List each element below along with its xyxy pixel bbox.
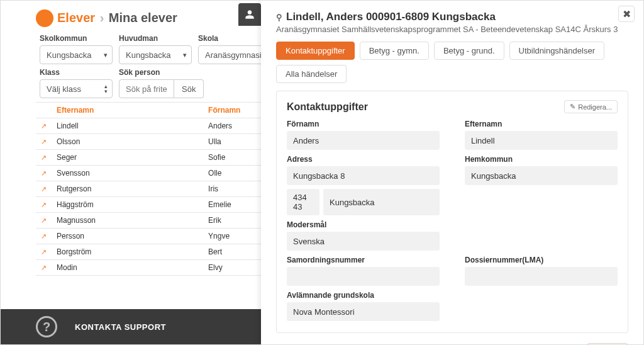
open-icon[interactable]: ↗ xyxy=(41,122,47,130)
tab-betyg-gymn[interactable]: Betyg - gymn. xyxy=(360,42,429,60)
dossier-label: Dossiernummer(LMA) xyxy=(465,256,618,264)
cell-efternamn: Seger xyxy=(52,150,203,166)
dossier-value xyxy=(465,267,618,286)
avlamnande-value: Nova Montessori xyxy=(287,302,440,321)
open-icon[interactable]: ↗ xyxy=(41,217,47,224)
hemkommun-label: Hemkommun xyxy=(465,155,618,164)
open-icon[interactable]: ↗ xyxy=(41,248,47,256)
detail-title: Lindell, Anders 000901-6809 Kungsbacka xyxy=(286,11,496,23)
hemkommun-value: Kungsbacka xyxy=(465,166,618,185)
cell-efternamn: Olsson xyxy=(52,134,203,150)
modersmal-label: Modersmål xyxy=(287,220,440,229)
person-tab[interactable] xyxy=(238,3,261,26)
search-input[interactable] xyxy=(119,79,174,98)
klass-label: Klass xyxy=(40,68,113,77)
col-efternamn[interactable]: Efternamn xyxy=(52,103,203,118)
skolkommun-value: Kungsbacka xyxy=(47,50,92,60)
alt-addresses-title: Alternativa adresser xyxy=(276,344,367,345)
huvudman-select[interactable]: Kungsbacka xyxy=(119,45,192,64)
open-icon[interactable]: ↗ xyxy=(41,138,47,145)
fornamn-value: Anders xyxy=(287,131,440,150)
close-icon: ✖ xyxy=(623,8,631,20)
samordning-value xyxy=(287,267,440,286)
cell-efternamn: Svensson xyxy=(52,166,203,181)
open-icon[interactable]: ↗ xyxy=(41,201,47,208)
edit-label: Redigera... xyxy=(578,103,612,111)
klass-select[interactable]: Välj klass xyxy=(40,79,113,98)
panel-title: Kontaktuppgifter xyxy=(287,101,368,113)
adress-value: Kungsbacka 8 xyxy=(287,166,440,185)
skolkommun-select[interactable]: Kungsbacka xyxy=(40,45,113,64)
breadcrumb-separator: › xyxy=(100,11,104,25)
cell-efternamn: Rutgerson xyxy=(52,181,203,197)
open-icon[interactable]: ↗ xyxy=(41,264,47,271)
sok-person-label: Sök person xyxy=(119,68,204,77)
detail-panel: ✖ ⚲ Lindell, Anders 000901-6809 Kungsbac… xyxy=(261,1,643,344)
search-button[interactable]: Sök xyxy=(174,79,204,98)
detail-subtitle: Aranäsgymnasiet Samhällsvetenskapsprogra… xyxy=(276,25,628,34)
huvudman-label: Huvudman xyxy=(119,34,192,43)
efternamn-label: Efternamn xyxy=(465,120,618,128)
skolkommun-label: Skolkommun xyxy=(40,34,113,43)
close-button[interactable]: ✖ xyxy=(618,6,635,22)
breadcrumb-secondary: Mina elever xyxy=(109,11,177,25)
breadcrumb-primary[interactable]: Elever xyxy=(57,11,95,25)
user-icon xyxy=(245,9,255,20)
open-icon[interactable]: ↗ xyxy=(41,232,47,240)
tab-kontaktuppgifter[interactable]: Kontaktuppgifter xyxy=(276,42,355,60)
avlamnande-label: Avlämnande grundskola xyxy=(287,291,440,300)
person-glyph-icon: ⚲ xyxy=(276,13,282,22)
open-icon[interactable]: ↗ xyxy=(41,185,47,193)
skola-value: Aranäsgymnasiet xyxy=(205,50,268,60)
pencil-icon: ✎ xyxy=(570,103,575,111)
cell-efternamn: Borgström xyxy=(52,244,203,260)
huvudman-value: Kungsbacka xyxy=(126,50,171,60)
app-logo xyxy=(36,9,53,27)
tab-betyg-grund[interactable]: Betyg - grund. xyxy=(434,42,504,60)
cell-efternamn: Persson xyxy=(52,229,203,244)
efternamn-value: Lindell xyxy=(465,131,618,150)
city-value: Kungsbacka xyxy=(323,189,440,215)
support-icon: ? xyxy=(36,316,57,337)
tab-alla-handelser[interactable]: Alla händelser xyxy=(276,65,347,83)
adress-label: Adress xyxy=(287,155,440,164)
fornamn-label: Förnamn xyxy=(287,120,440,128)
modersmal-value: Svenska xyxy=(287,232,440,251)
add-address-button[interactable]: + Lägg till xyxy=(587,343,628,344)
footer-support[interactable]: KONTAKTA SUPPORT xyxy=(75,322,166,332)
cell-efternamn: Lindell xyxy=(52,118,203,134)
edit-button[interactable]: ✎ Redigera... xyxy=(564,100,618,113)
tab-utbildningshandelser[interactable]: Utbildningshändelser xyxy=(509,42,604,60)
samordning-label: Samordningsnummer xyxy=(287,256,440,264)
klass-value: Välj klass xyxy=(47,84,81,94)
cell-efternamn: Magnusson xyxy=(52,213,203,229)
zip-value: 434 43 xyxy=(287,189,319,215)
open-icon[interactable]: ↗ xyxy=(41,154,47,161)
open-icon[interactable]: ↗ xyxy=(41,169,47,177)
cell-efternamn: Häggström xyxy=(52,197,203,213)
cell-efternamn: Modin xyxy=(52,260,203,276)
